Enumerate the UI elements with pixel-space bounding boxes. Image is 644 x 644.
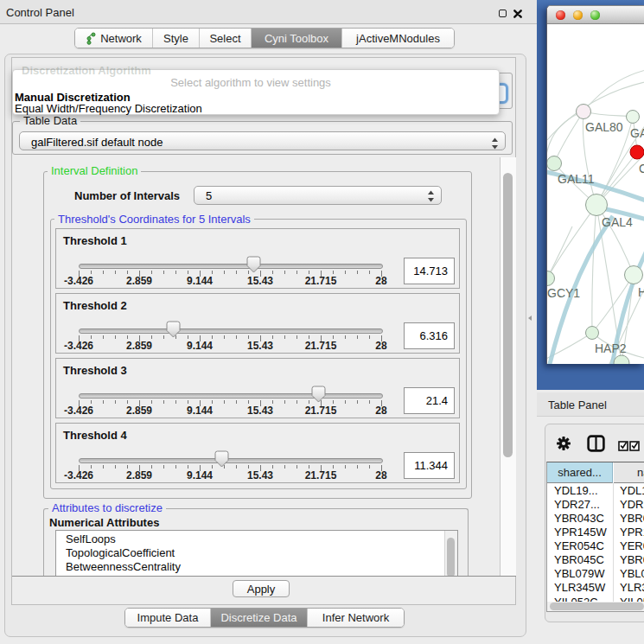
svg-text:GAL11: GAL11 [558, 172, 595, 186]
svg-text:CDC6: CDC6 [639, 162, 644, 175]
svg-text:HIS4: HIS4 [638, 285, 644, 299]
svg-text:GAL4: GAL4 [602, 215, 633, 229]
svg-text:GCY1: GCY1 [547, 286, 580, 300]
svg-text:GAL80: GAL80 [585, 120, 623, 134]
svg-text:GAL3: GAL3 [630, 126, 644, 140]
svg-text:HAP2: HAP2 [595, 341, 627, 355]
